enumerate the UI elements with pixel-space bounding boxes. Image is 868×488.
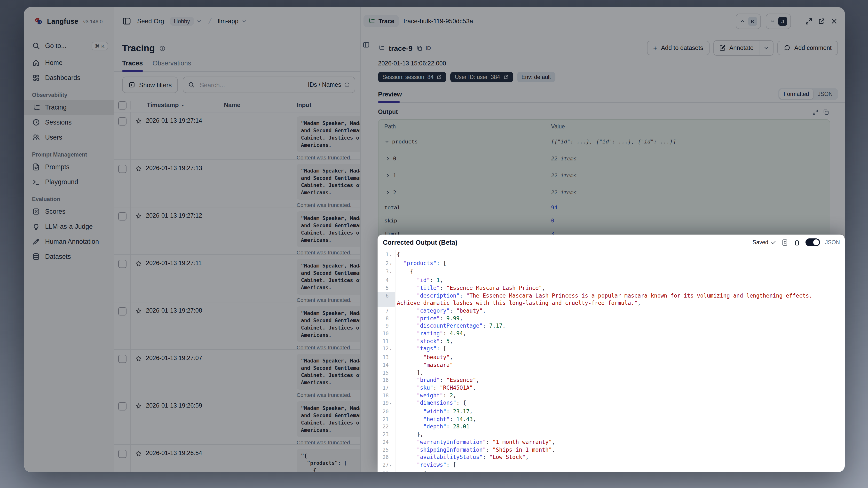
fold-toggle-icon[interactable]: ▾ — [390, 251, 395, 260]
tab-observations[interactable]: Observations — [153, 60, 191, 71]
sidebar-item-prompts[interactable]: Prompts — [24, 159, 114, 175]
table-row[interactable]: 2026-01-13 19:27:14 "Madam Speaker, Mada… — [114, 113, 360, 160]
chevron-down-icon — [763, 45, 769, 51]
star-icon[interactable] — [135, 118, 142, 125]
row-checkbox[interactable] — [118, 402, 126, 410]
sidebar-item-datasets[interactable]: Datasets — [24, 249, 114, 264]
panel-left-icon[interactable] — [363, 41, 370, 49]
badge-session[interactable]: Session: session_84 — [378, 72, 446, 82]
sidebar-item-home[interactable]: Home — [24, 55, 114, 70]
sidebar-item-users[interactable]: Users — [24, 130, 114, 145]
search-scope[interactable]: IDs / Names — [308, 82, 350, 88]
fold-toggle-icon[interactable]: ▾ — [390, 461, 395, 470]
star-icon[interactable] — [135, 308, 142, 314]
project-switcher[interactable]: llm-app — [218, 18, 247, 25]
toggle-sidebar-icon[interactable] — [122, 17, 131, 26]
table-row[interactable]: 2026-01-13 19:27:12 "Madam Speaker, Mada… — [114, 207, 360, 255]
row-checkbox[interactable] — [118, 165, 126, 173]
row-checkbox[interactable] — [118, 212, 126, 220]
open-in-new-icon[interactable] — [817, 17, 825, 25]
show-filters-label: Show filters — [139, 81, 172, 88]
close-icon[interactable] — [830, 17, 838, 25]
output-row-0[interactable]: 0 22 items — [378, 150, 830, 167]
output-row-1[interactable]: 1 22 items — [378, 167, 830, 184]
brand-name: Langfuse — [47, 17, 78, 25]
table-row[interactable]: 2026-01-13 19:27:11 "Madam Speaker, Mada… — [114, 255, 360, 302]
percent-icon — [32, 207, 40, 216]
chevron-right-icon[interactable] — [385, 190, 391, 195]
row-checkbox[interactable] — [118, 307, 126, 315]
star-icon[interactable] — [135, 403, 142, 409]
info-icon[interactable] — [159, 45, 165, 52]
table-row[interactable]: 2026-01-13 19:26:54 "{ "products": [ { — [114, 445, 360, 472]
star-icon[interactable] — [135, 450, 142, 457]
star-icon[interactable] — [135, 355, 142, 362]
column-header-name[interactable]: Name — [224, 102, 295, 109]
breadcrumb-org[interactable]: Seed Org — [137, 18, 164, 25]
star-icon[interactable] — [135, 213, 142, 219]
copy-icon[interactable] — [823, 109, 829, 115]
file-diff-icon[interactable] — [781, 239, 789, 246]
table-row[interactable]: 2026-01-13 19:27:07 "Madam Speaker, Mada… — [114, 350, 360, 397]
sidebar-item-sessions[interactable]: Sessions — [24, 115, 114, 130]
nav-previous-button[interactable]: K — [736, 13, 761, 29]
select-all-checkbox[interactable] — [118, 101, 126, 109]
fold-toggle-icon[interactable]: ▾ — [390, 268, 395, 277]
tab-traces[interactable]: Traces — [122, 60, 143, 71]
nav-next-button[interactable]: J — [766, 13, 791, 29]
output-row-products[interactable]: products [{"id": ...}, {"id": ...}, {"id… — [378, 133, 830, 150]
badge-user-id[interactable]: User ID: user_384 — [451, 72, 513, 82]
sidebar-item-human-annotation[interactable]: Human Annotation — [24, 234, 114, 249]
code-line-content: "description": "The Essence Mascara Lash… — [395, 292, 845, 307]
sidebar-item-dashboards[interactable]: Dashboards — [24, 70, 114, 85]
fold-spacer — [390, 330, 395, 338]
row-checkbox[interactable] — [118, 260, 126, 268]
chevron-down-icon[interactable] — [384, 139, 390, 144]
search-input[interactable] — [199, 81, 304, 89]
annotate-dropdown-button[interactable] — [759, 41, 773, 55]
truncation-note: Content was truncated. — [297, 439, 360, 445]
output-path: products — [392, 139, 418, 145]
column-header-timestamp[interactable]: Timestamp▼ — [131, 102, 224, 109]
trash-icon[interactable] — [794, 239, 801, 246]
row-checkbox[interactable] — [118, 117, 126, 125]
row-checkbox[interactable] — [118, 355, 126, 363]
line-number: 19 — [377, 400, 390, 408]
star-icon[interactable] — [135, 260, 142, 267]
chevron-right-icon[interactable] — [385, 173, 391, 178]
chevron-right-icon[interactable] — [385, 156, 391, 161]
sidebar-item-tracing[interactable]: Tracing — [24, 100, 114, 115]
star-icon[interactable] — [135, 165, 142, 172]
json-toggle[interactable] — [806, 238, 820, 246]
code-line: 21 "height": 14.43, — [377, 416, 845, 423]
show-filters-button[interactable]: Show filters — [122, 77, 178, 93]
annotate-button[interactable]: Annotate — [714, 41, 759, 55]
goto-search[interactable]: Go to... ⌘ K — [24, 38, 114, 53]
fold-toggle-icon[interactable]: ▾ — [390, 345, 395, 354]
sidebar-item-playground[interactable]: Playground — [24, 175, 114, 189]
code-line: 12▾ "tags": [ — [377, 345, 845, 354]
row-checkbox[interactable] — [118, 450, 126, 458]
table-row[interactable]: 2026-01-13 19:27:08 "Madam Speaker, Mada… — [114, 302, 360, 350]
sort-desc-icon: ▼ — [181, 103, 185, 107]
column-header-input[interactable]: Input — [295, 102, 360, 109]
fold-toggle-icon[interactable]: ▾ — [390, 260, 395, 268]
org-plan-switcher[interactable]: Hobby — [170, 17, 202, 25]
fold-spacer — [390, 423, 395, 431]
format-option-formatted[interactable]: Formatted — [779, 89, 813, 99]
table-row[interactable]: 2026-01-13 19:27:13 "Madam Speaker, Mada… — [114, 160, 360, 207]
sidebar-item-llm-as-a-judge[interactable]: LLM-as-a-Judge — [24, 219, 114, 234]
expand-icon[interactable] — [812, 109, 818, 115]
expand-icon[interactable] — [805, 17, 813, 25]
sidebar-item-scores[interactable]: Scores — [24, 204, 114, 219]
add-comment-button[interactable]: Add comment — [777, 41, 838, 55]
fold-toggle-icon[interactable]: ▾ — [390, 470, 395, 472]
table-row[interactable]: 2026-01-13 19:26:59 "Madam Speaker, Mada… — [114, 397, 360, 445]
format-option-json[interactable]: JSON — [813, 89, 837, 99]
fold-toggle-icon[interactable]: ▾ — [390, 400, 395, 408]
add-to-datasets-button[interactable]: + Add to datasets — [647, 41, 710, 55]
output-row-2[interactable]: 2 22 items — [378, 184, 830, 201]
json-code-editor[interactable]: 1▾ { 2▾ "products": [ 3▾ { 4 "id": 1, 5 … — [377, 250, 845, 472]
copy-icon[interactable] — [416, 45, 423, 51]
tab-preview[interactable]: Preview — [378, 91, 402, 102]
